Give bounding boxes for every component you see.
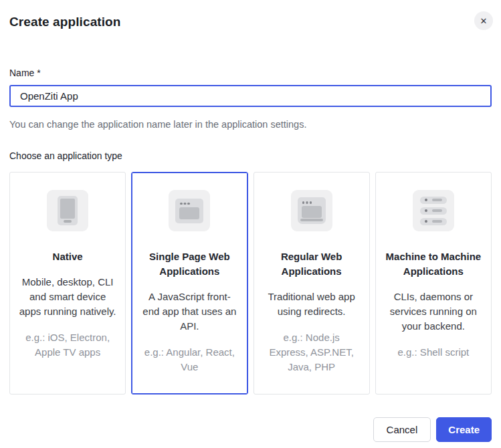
modal-title: Create application [9,13,121,31]
app-type-example: e.g.: Node.js Express, ASP.NET, Java, PH… [263,330,361,374]
app-type-description: A JavaScript front-end app that uses an … [140,290,238,334]
app-type-example: e.g.: iOS, Electron, Apple TV apps [19,330,116,360]
close-icon: ✕ [480,16,488,26]
app-type-description: CLIs, daemons or services running on you… [385,290,482,334]
app-type-example: e.g.: Angular, React, Vue [140,345,238,374]
app-type-description: Traditional web app using redirects. [263,290,361,319]
server-window-icon [298,197,326,224]
app-type-title: Machine to Machine Applications [385,249,482,279]
app-type-grid: Native Mobile, desktop, CLI and smart de… [9,172,492,395]
app-type-card-1[interactable]: Native Mobile, desktop, CLI and smart de… [9,172,126,395]
create-application-modal: Create application ✕ Name * You can chan… [0,0,501,448]
close-button[interactable]: ✕ [474,11,493,30]
app-type-description: Mobile, desktop, CLI and smart device ap… [19,275,116,319]
mobile-phone-icon [58,196,78,225]
app-type-card-2[interactable]: Single Page Web Applications A JavaScrip… [131,172,247,395]
application-name-input[interactable] [9,85,492,107]
app-type-title: Single Page Web Applications [140,249,238,279]
app-type-card-4[interactable]: Machine to Machine Applications CLIs, da… [375,172,492,395]
app-type-example: e.g.: Shell script [385,345,482,360]
app-type-title: Native [19,249,116,264]
app-type-title: Regular Web Applications [263,249,361,279]
server-stack-icon [420,197,447,225]
browser-window-icon [175,199,203,223]
modal-header: Create application ✕ [9,13,492,31]
modal-footer: Cancel Create [9,417,492,442]
application-type-label: Choose an application type [9,150,492,162]
create-button[interactable]: Create [436,417,492,442]
cancel-button[interactable]: Cancel [373,417,431,442]
app-type-card-3[interactable]: Regular Web Applications Traditional web… [254,172,370,395]
name-helper-text: You can change the application name late… [9,119,492,130]
name-field-label: Name * [9,68,492,79]
